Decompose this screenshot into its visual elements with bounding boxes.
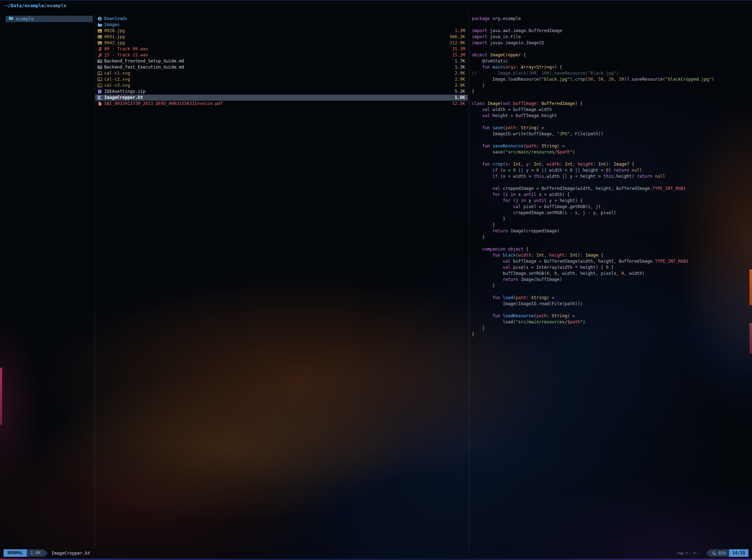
wallpaper-edge-strip: [750, 323, 752, 353]
code-line: [472, 22, 750, 28]
file-size: 2.9K: [455, 70, 465, 76]
file-row[interactable]: 09 - Track 09.wav15.3M: [95, 46, 468, 52]
code-line: }: [472, 325, 750, 331]
file-row[interactable]: cal-c3.svg2.9K: [95, 82, 468, 89]
code-line: val buffImage = BufferedImage(width, hei…: [472, 258, 750, 264]
svg-icon: [97, 83, 104, 88]
cwd-path-current: example: [47, 3, 66, 8]
code-line: }: [472, 283, 750, 289]
image-icon: [97, 29, 104, 33]
file-row[interactable]: IDEAsettings.zip5.2K: [95, 89, 468, 95]
code-line: fun saveResource(path: String) =: [472, 143, 750, 149]
file-size: 212.9K: [450, 40, 465, 46]
powerline-separator-icon: [44, 550, 48, 557]
file-row[interactable]: 0031.jpg586.3K: [95, 34, 468, 40]
code-line: fun load(path: String) =: [472, 295, 750, 301]
code-line: save("src/main/resources/$path"): [472, 149, 750, 155]
code-line: }: [472, 82, 750, 89]
code-line: for (j in y until y + height) {: [472, 198, 750, 204]
file-row[interactable]: 0042.jpg212.9K: [95, 40, 468, 46]
file-name: Images: [104, 22, 461, 28]
code-line: import java.io.File: [472, 34, 750, 40]
file-row[interactable]: Backend_Frontend_Setup_Guide.md1.7K: [95, 58, 468, 64]
code-line: }: [472, 89, 750, 95]
file-name: cal-c1.svg: [104, 70, 450, 76]
file-size-badge: 1.6K: [27, 549, 44, 557]
wallpaper-edge-strip: [750, 269, 752, 305]
image-icon: [97, 35, 104, 39]
file-name: 0031.jpg: [104, 34, 445, 40]
file-name: 15 - Track 15.wav: [104, 52, 448, 58]
file-row[interactable]: 0028.jpg1.3M: [95, 28, 468, 34]
parent-dir-item[interactable]: example: [6, 16, 93, 22]
code-line: return Image(croppedImage): [472, 228, 750, 234]
code-line: [472, 240, 750, 246]
file-row[interactable]: 15 - Track 15.wav15.3M: [95, 52, 468, 58]
pdf-icon: [97, 101, 104, 106]
breadcrumb: ~/Data/example/example: [5, 3, 66, 8]
code-line: }: [472, 234, 750, 240]
code-line: fun crop(x: Int, y: Int, width: Int, hei…: [472, 161, 750, 167]
code-line: buffImage.setRGB(0, 0, width, height, pi…: [472, 271, 750, 277]
code-line: [472, 180, 750, 186]
file-name: cal-c3.svg: [104, 82, 450, 89]
code-line: [472, 137, 750, 143]
pane-separator: [469, 12, 469, 549]
zip-icon: [97, 89, 104, 94]
wallpaper-edge-strip: [0, 368, 2, 425]
wallpaper-bottom-edge: [0, 559, 752, 560]
code-line: fun main(args: Array<String>) {: [472, 64, 750, 70]
scroll-percent-badge: 93%: [710, 549, 729, 557]
code-line: class Image(val buffImage: BufferedImage…: [472, 101, 750, 107]
cwd-path-prefix: ~/Data/example/: [5, 3, 47, 8]
svg-icon: [97, 71, 104, 76]
code-line: return Image(buffImage): [472, 277, 750, 283]
file-row[interactable]: Images: [95, 22, 468, 28]
music-icon: [97, 47, 104, 51]
file-permissions: -rw-r--r--: [675, 551, 701, 556]
powerline-separator-icon: [706, 550, 710, 557]
file-size: 12.5K: [452, 101, 465, 107]
file-preview-pane: package org.example import java.awt.imag…: [472, 16, 750, 337]
code-line: companion object {: [472, 246, 750, 252]
mode-badge: NORMAL: [4, 549, 27, 557]
file-row[interactable]: cal-c2.svg2.9K: [95, 76, 468, 82]
code-line: for (i in x until x + width) {: [472, 192, 750, 198]
music-icon: [97, 53, 104, 57]
file-row[interactable]: SBI_0032013739_2023_DE05_0003155631Invoi…: [95, 101, 468, 107]
code-line: // Image.black(100, 100).saveResource("b…: [472, 70, 750, 76]
code-line: val pixels = IntArray(width * height) { …: [472, 264, 750, 271]
downloads-folder-icon: [97, 16, 104, 21]
scroll-percent: 93%: [718, 551, 726, 556]
code-line: if (x + width > this.width || y + height…: [472, 173, 750, 180]
file-row[interactable]: cal-c1.svg2.9K: [95, 70, 468, 76]
code-line: }: [472, 222, 750, 228]
file-name: cal-c2.svg: [104, 76, 450, 82]
file-size: 2.9K: [455, 76, 465, 82]
code-line: Image(ImageIO.read(File(path))): [472, 301, 750, 307]
file-size: 5.2K: [455, 89, 465, 95]
file-size: 1.6K: [455, 95, 465, 101]
file-row[interactable]: ImageCropper.kt1.6K: [95, 95, 468, 101]
code-line: load("src/main/resources/$path"): [472, 319, 750, 325]
cursor-position-badge: 14/15: [729, 549, 748, 557]
file-size: 1.7K: [455, 58, 465, 64]
file-name: 0042.jpg: [104, 40, 445, 46]
file-size: 1.3M: [455, 28, 465, 34]
file-name: Backend_Test_Execution_Guide.md: [104, 64, 450, 70]
code-line: package org.example: [472, 16, 750, 22]
code-line: fun black(width: Int, height: Int): Imag…: [472, 252, 750, 258]
file-row[interactable]: Backend_Test_Execution_Guide.md1.3K: [95, 64, 468, 70]
file-row[interactable]: Downloads: [95, 16, 468, 22]
parent-dir-name: example: [16, 16, 34, 22]
file-name: 09 - Track 09.wav: [104, 46, 448, 52]
file-name: Backend_Frontend_Setup_Guide.md: [104, 58, 450, 64]
code-line: [472, 307, 750, 313]
markdown-icon: [97, 59, 104, 64]
status-bar: NORMAL 1.6K ImageCropper.kt -rw-r--r-- 9…: [0, 549, 752, 557]
status-left: NORMAL 1.6K ImageCropper.kt: [4, 549, 90, 557]
code-line: }: [472, 216, 750, 222]
code-line: import java.awt.image.BufferedImage: [472, 28, 750, 34]
file-size: 586.3K: [450, 34, 465, 40]
svg-icon: [97, 77, 104, 82]
